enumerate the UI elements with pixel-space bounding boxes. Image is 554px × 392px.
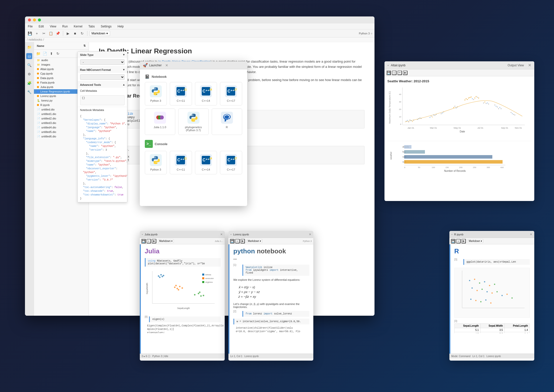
r-run-btn[interactable]: ▶: [461, 239, 466, 243]
kernel-cpp14-btn[interactable]: C⁺⁺ 14 C++14: [195, 82, 217, 105]
new-folder-btn[interactable]: 📁: [36, 51, 41, 56]
search-icon[interactable]: 🔍: [26, 62, 32, 68]
r-dropdown[interactable]: Markdown ▾: [468, 239, 484, 243]
svg-point-153: [470, 299, 471, 300]
cell-metadata-value[interactable]: {}: [80, 95, 125, 105]
folder-icon[interactable]: 📁: [26, 44, 32, 50]
slide-type-header[interactable]: Slide Type ▾: [78, 52, 127, 58]
altair-cut-btn[interactable]: ✂: [397, 71, 402, 75]
menu-edit[interactable]: Edit: [38, 24, 45, 29]
refresh-files-btn[interactable]: ↻: [55, 51, 60, 56]
altair-add-btn[interactable]: +: [392, 71, 396, 75]
julia-code-1[interactable]: using RDatasets, Gadfly plot(dataset("da…: [145, 258, 221, 267]
svg-text:SepalWidth: SepalWidth: [146, 283, 148, 294]
scissors-button[interactable]: ✂: [41, 30, 47, 36]
files-icon[interactable]: 🗂: [26, 53, 32, 59]
svg-point-68: [498, 108, 499, 109]
console-python3-btn[interactable]: Python 3: [145, 151, 167, 174]
lorenz-save-btn[interactable]: 💾: [230, 239, 234, 243]
lorenz-content: python notebook *** [1]: %matplotlib inl…: [229, 244, 313, 333]
raw-nbconvert-header[interactable]: Raw NBConvert Format ▾: [78, 67, 127, 73]
svg-point-129: [203, 295, 204, 296]
lorenz-code-2[interactable]: from lorenz import solve_lorenz: [242, 311, 309, 317]
console-cpp14-label: C++14: [202, 168, 210, 171]
julia-close-btn[interactable]: ✕: [220, 233, 223, 236]
julia-code-2[interactable]: eigen(x): [149, 316, 220, 322]
lorenz-run-btn[interactable]: ▶: [240, 239, 245, 243]
menu-help[interactable]: Help: [117, 24, 125, 29]
r-add-btn[interactable]: +: [456, 239, 461, 243]
kernel-cpp17-label: C++17: [227, 99, 235, 102]
svg-text:Mar 01: Mar 01: [430, 127, 437, 129]
svg-point-87: [511, 112, 512, 113]
lorenz-dropdown[interactable]: Markdown ▾: [247, 239, 263, 243]
kernel-r-btn[interactable]: R: [212, 108, 242, 135]
launcher-window: 🚀 Launcher ✕ 📓 Notebook: [140, 61, 247, 206]
stop-button[interactable]: ■: [72, 30, 78, 36]
console-cpp14-btn[interactable]: C⁺⁺ 14 C++14: [195, 151, 217, 174]
console-cpp17-btn[interactable]: C⁺⁺ 17 C++17: [220, 151, 242, 174]
new-file-btn[interactable]: 📄: [42, 51, 47, 56]
altair-save-btn[interactable]: 💾: [386, 71, 391, 75]
notebook-metadata-header[interactable]: Notebook Metadata: [78, 107, 127, 113]
close-button[interactable]: [28, 18, 31, 21]
julia-dropdown[interactable]: Markdown ▾: [158, 239, 174, 243]
menu-file[interactable]: File: [27, 24, 34, 29]
cell-type-dropdown[interactable]: Markdown ▾: [89, 31, 110, 36]
kernel-cpp11-label: C++11: [177, 99, 185, 102]
notebook-metadata-content[interactable]: { "kernelspec": { "display_name": "Pytho…: [80, 114, 125, 200]
svg-text:virginica: virginica: [205, 281, 213, 283]
kernel-cpp11-btn[interactable]: C⁺⁺ 11 C++11: [170, 82, 192, 105]
add-cell-button[interactable]: +: [34, 30, 40, 36]
run-button[interactable]: ▶: [65, 30, 71, 36]
advanced-tools-header[interactable]: Advanced Tools ▴: [78, 82, 127, 88]
julia-run-btn[interactable]: ▶: [152, 239, 156, 243]
lorenz-window: ● Lorenz.ipynb ✕ 💾 + ▶ Markdown ▾ Python…: [228, 231, 313, 361]
menu-kernel[interactable]: Kernel: [73, 24, 83, 29]
svg-point-60: [473, 99, 474, 100]
slide-type-select[interactable]: -: [80, 59, 125, 65]
kernel-python3-btn[interactable]: Python 3: [145, 82, 167, 105]
svg-point-151: [506, 294, 508, 295]
lorenz-add-btn[interactable]: +: [235, 239, 240, 243]
menu-view[interactable]: View: [49, 24, 57, 29]
r-save-btn[interactable]: 💾: [451, 239, 455, 243]
kernel-phylo-btn[interactable]: phylogenetics (Python 3.7): [178, 108, 209, 135]
raw-nbconvert-select[interactable]: [80, 74, 125, 80]
save-button[interactable]: 💾: [27, 30, 33, 36]
lorenz-code-3[interactable]: w = interactive(solve_lorenz,sigma=(0.0,…: [233, 319, 309, 324]
r-content: R [3]: ggplot(data=iris, aes(x=Sepal.Len: [450, 244, 534, 333]
launcher-close-btn[interactable]: ✕: [165, 63, 168, 67]
lorenz-code-1[interactable]: %matplotlib inline from ipywidgets impor…: [242, 265, 309, 276]
extensions-icon[interactable]: 🧩: [26, 80, 32, 86]
copy-button[interactable]: 📋: [48, 30, 54, 36]
maximize-button[interactable]: [38, 18, 41, 21]
menu-settings[interactable]: Settings: [100, 24, 112, 29]
paste-button[interactable]: 📌: [55, 30, 61, 36]
kernel-cpp17-btn[interactable]: C⁺⁺ 17 C++17: [220, 82, 242, 105]
settings-icon[interactable]: ⚙: [26, 71, 32, 77]
cell-metadata-header[interactable]: Cell Metadata: [78, 88, 127, 94]
upload-btn[interactable]: ⬆: [49, 51, 54, 56]
kernel-julia-btn[interactable]: Julia 1.1.0: [145, 108, 175, 135]
r-close-btn[interactable]: ✕: [530, 233, 532, 236]
menu-run[interactable]: Run: [61, 24, 69, 29]
wrench-icon[interactable]: 🔧: [26, 89, 32, 95]
svg-text:Jul 01: Jul 01: [477, 127, 483, 129]
svg-text:weather: weather: [390, 152, 392, 160]
minimize-button[interactable]: [33, 18, 36, 21]
lorenz-close-btn[interactable]: ✕: [309, 233, 311, 236]
svg-text:Jan 01: Jan 01: [407, 127, 414, 129]
julia-add-btn[interactable]: +: [147, 239, 151, 243]
console-cpp11-btn[interactable]: C⁺⁺ 11 C++11: [170, 151, 192, 174]
r-code-1[interactable]: ggplot(data=iris, aes(x=Sepal.Len: [463, 259, 530, 265]
refresh-button[interactable]: ↻: [79, 30, 85, 36]
julia-cell-2-row: [8]: eigen(x): [145, 315, 221, 323]
menu-tabs[interactable]: Tabs: [87, 24, 96, 29]
kernel-grid-1: Python 3 C⁺⁺ 11 C++11: [145, 82, 242, 105]
altair-close-btn[interactable]: ✕: [528, 63, 531, 68]
altair-run-btn[interactable]: ▶: [403, 71, 407, 75]
svg-point-120: [177, 288, 178, 289]
julia-save-btn[interactable]: 💾: [141, 239, 146, 243]
kernel-grid-2: Julia 1.1.0 phylogenetics (Python 3.7): [145, 108, 242, 135]
